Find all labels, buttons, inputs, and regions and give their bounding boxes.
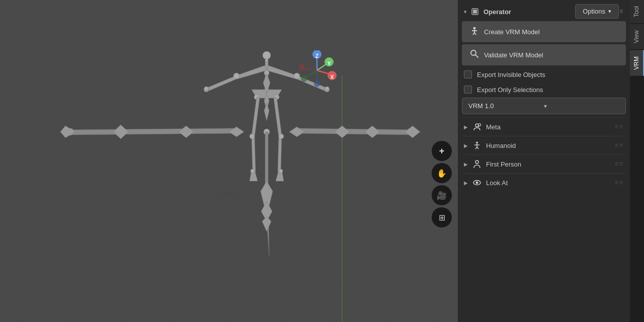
- create-vrm-icon: [470, 26, 479, 37]
- camera-icon: 🎥: [437, 191, 447, 200]
- export-only-selections-row: Export Only Selections: [462, 83, 626, 97]
- look-at-icon: [472, 178, 482, 188]
- svg-line-85: [474, 33, 476, 35]
- svg-point-37: [250, 134, 255, 139]
- humanoid-drag: ⠿⠿: [615, 143, 624, 148]
- svg-marker-31: [252, 97, 260, 137]
- svg-point-25: [233, 73, 239, 79]
- validate-vrm-label: Validate VRM Model: [484, 51, 543, 59]
- look-at-section[interactable]: ▶ Look At ⠿⠿: [462, 173, 626, 192]
- grab-tool-button[interactable]: ✋: [432, 163, 452, 183]
- meta-arrow: ▶: [464, 124, 468, 130]
- svg-point-76: [301, 76, 307, 82]
- vrm-version-value: VRM 1.0: [468, 102, 544, 110]
- svg-marker-34: [274, 97, 282, 137]
- svg-marker-44: [60, 126, 75, 138]
- svg-line-11: [229, 191, 287, 322]
- export-invisible-label: Export Invisible Objects: [477, 71, 545, 78]
- vertical-tabs: Tool View VRM: [630, 0, 644, 322]
- viewport-toolbar: + ✋ 🎥 ⊞: [432, 141, 452, 227]
- look-at-arrow: ▶: [464, 180, 468, 186]
- svg-point-78: [299, 64, 305, 70]
- options-button[interactable]: Options ▾: [575, 4, 619, 19]
- options-bar: Options ▾: [575, 4, 619, 19]
- first-person-arrow: ▶: [464, 162, 468, 167]
- svg-point-63: [279, 169, 283, 173]
- export-invisible-checkbox[interactable]: [464, 70, 472, 78]
- add-tool-button[interactable]: +: [432, 141, 452, 161]
- svg-marker-61: [264, 103, 269, 121]
- svg-line-77: [303, 68, 317, 70]
- svg-marker-58: [262, 216, 271, 231]
- first-person-icon: [472, 159, 482, 169]
- meta-label: Meta: [486, 123, 501, 131]
- hand-icon: ✋: [437, 169, 447, 178]
- export-only-selections-label: Export Only Selections: [477, 86, 543, 94]
- svg-marker-51: [335, 126, 350, 138]
- svg-point-16: [263, 51, 271, 59]
- svg-line-75: [304, 70, 317, 78]
- svg-marker-53: [405, 126, 420, 138]
- look-at-label: Look At: [486, 179, 508, 187]
- svg-point-41: [265, 59, 268, 62]
- right-panel: ▾ Operator ⠿⠿ Create VRM: [458, 0, 644, 322]
- svg-point-27: [204, 87, 208, 91]
- humanoid-section[interactable]: ▶ Humanoid ⠿⠿: [462, 136, 626, 154]
- svg-line-12: [229, 191, 337, 322]
- svg-point-81: [473, 27, 476, 30]
- svg-marker-19: [235, 65, 267, 79]
- first-person-label: First Person: [486, 160, 521, 168]
- operator-icon: [470, 7, 479, 16]
- svg-point-98: [476, 182, 478, 184]
- svg-line-13: [229, 191, 387, 322]
- grid-icon: ⊞: [439, 213, 445, 222]
- plus-icon: +: [439, 146, 445, 156]
- svg-marker-46: [179, 126, 194, 138]
- svg-line-9: [171, 191, 229, 322]
- vrm-version-dropdown[interactable]: VRM 1.0 ▾: [462, 98, 626, 114]
- create-vrm-button[interactable]: Create VRM Model: [462, 21, 626, 42]
- camera-tool-button[interactable]: 🎥: [432, 185, 452, 205]
- svg-marker-22: [267, 65, 298, 79]
- svg-text:Z: Z: [315, 53, 318, 59]
- svg-line-87: [475, 55, 478, 57]
- view-tab[interactable]: View: [630, 24, 644, 49]
- options-label: Options: [583, 8, 605, 15]
- vrm-version-arrow: ▾: [544, 103, 619, 110]
- svg-point-38: [279, 134, 284, 139]
- svg-text:X: X: [331, 74, 334, 80]
- operator-arrow: ▾: [464, 9, 466, 15]
- first-person-section[interactable]: ▶ First Person ⠿⠿: [462, 154, 626, 173]
- operator-title: Operator: [484, 8, 511, 16]
- viewport[interactable]: Z Y X + ✋ 🎥 ⊞: [0, 0, 458, 322]
- svg-point-91: [476, 142, 478, 144]
- validate-vrm-button[interactable]: Validate VRM Model: [462, 44, 626, 65]
- svg-marker-42: [70, 128, 236, 135]
- export-invisible-row: Export Invisible Objects: [462, 67, 626, 82]
- tool-tab[interactable]: Tool: [630, 0, 644, 23]
- grid-tool-button[interactable]: ⊞: [432, 207, 452, 227]
- humanoid-arrow: ▶: [464, 143, 468, 148]
- look-at-drag: ⠿⠿: [615, 180, 624, 186]
- axis-gizmo: Z Y X: [297, 50, 337, 91]
- options-chevron: ▾: [608, 8, 611, 15]
- svg-marker-48: [297, 128, 413, 135]
- svg-line-6: [20, 191, 229, 322]
- validate-vrm-icon: [470, 49, 479, 60]
- svg-marker-32: [252, 136, 256, 172]
- first-person-drag: ⠿⠿: [615, 162, 624, 167]
- svg-text:Y: Y: [328, 61, 331, 66]
- meta-icon: [472, 122, 482, 132]
- create-vrm-label: Create VRM Model: [484, 28, 540, 36]
- export-only-selections-checkbox[interactable]: [464, 86, 472, 94]
- svg-marker-35: [278, 136, 282, 172]
- meta-section[interactable]: ▶ Meta ⠿⠿: [462, 117, 626, 136]
- svg-point-62: [251, 169, 255, 173]
- svg-rect-80: [473, 10, 477, 14]
- humanoid-icon: [472, 140, 482, 150]
- svg-line-14: [229, 191, 438, 322]
- vrm-tab[interactable]: VRM: [630, 50, 644, 76]
- svg-line-8: [121, 191, 229, 322]
- svg-point-96: [475, 160, 478, 164]
- meta-drag: ⠿⠿: [615, 124, 624, 130]
